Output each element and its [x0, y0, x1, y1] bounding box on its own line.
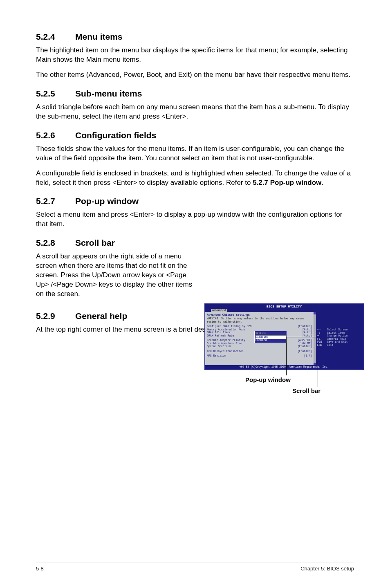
help-row: ↑↓Select Item — [317, 332, 362, 334]
bios-subtitle: Advanced Chipset settings — [207, 313, 312, 316]
callout-line — [318, 361, 318, 387]
paragraph: A solid triangle before each item on any… — [36, 103, 354, 121]
paragraph: The other items (Advanced, Power, Boot, … — [36, 70, 354, 80]
chapter-label: Chapter 5: BIOS setup — [300, 566, 354, 572]
paragraph: These fields show the values for the men… — [36, 144, 354, 163]
heading-title: Sub-menu items — [75, 89, 142, 98]
heading-5-2-6: 5.2.6Configuration fields — [36, 130, 354, 140]
bios-panel: Advanced Chipset settings WARNING: Setti… — [205, 312, 314, 365]
paragraph: A configurable field is enclosed in brac… — [36, 169, 354, 188]
heading-number: 5.2.9 — [36, 311, 75, 321]
bios-window: BIOS SETUP UTILITY Advanced Advanced Chi… — [204, 303, 364, 370]
bios-setting-row: Spread Spectrum[Enabled] — [207, 345, 312, 348]
bios-tab-advanced: Advanced — [211, 309, 227, 312]
paragraph: A scroll bar appears on the right side o… — [36, 252, 201, 299]
heading-number: 5.2.6 — [36, 130, 75, 140]
heading-number: 5.2.5 — [36, 89, 75, 99]
paragraph: Select a menu item and press <Enter> to … — [36, 210, 354, 229]
help-row: ESCExit — [317, 344, 362, 347]
scroll-arrow-down-icon — [314, 363, 316, 365]
bios-help-panel: ←→Select Screen ↑↓Select Item +-Change O… — [316, 312, 363, 365]
help-row: ←→Select Screen — [317, 328, 362, 331]
help-row: F10Save and Exit — [317, 341, 362, 343]
heading-number: 5.2.8 — [36, 238, 75, 248]
heading-5-2-8: 5.2.8Scroll bar — [36, 238, 354, 248]
heading-title: Menu items — [75, 32, 123, 41]
heading-5-2-7: 5.2.7Pop-up window — [36, 196, 354, 206]
bios-copyright: v02.58 (C)Copyright 1985-2006, American … — [205, 365, 363, 369]
bios-window-title: BIOS SETUP UTILITY — [205, 304, 363, 309]
heading-title: Scroll bar — [75, 238, 115, 247]
heading-title: Pop-up window — [75, 196, 139, 206]
heading-title: Configuration fields — [75, 130, 156, 140]
heading-number: 5.2.7 — [36, 196, 75, 206]
bios-setting-row: MPS Revision[1.4] — [207, 355, 312, 357]
callout-popup-window: Pop-up window — [245, 376, 291, 383]
popup-option: Enabled — [256, 339, 286, 342]
text: . — [321, 179, 323, 186]
help-row: +-Change Option — [317, 334, 362, 337]
bios-popup: Options Disabled Enabled — [254, 331, 287, 343]
bios-setting-row: ICH Delayed Transaction[Enabled] — [207, 350, 312, 353]
page-footer: 5-8 Chapter 5: BIOS setup — [36, 563, 354, 572]
scroll-arrow-up-icon — [314, 312, 316, 314]
bios-warning: WARNING: Setting wrong values in the sec… — [207, 317, 312, 323]
popup-header: Options — [256, 332, 286, 336]
heading-title: General help — [75, 311, 127, 321]
callout-scroll-bar: Scroll bar — [292, 387, 321, 394]
bios-setting-row: Configure DRAM Timing by SPD[Enabled] — [207, 325, 312, 328]
help-row: F1General Help — [317, 338, 362, 341]
page-number: 5-8 — [36, 566, 44, 572]
callout-line — [286, 337, 319, 337]
heading-5-2-5: 5.2.5Sub-menu items — [36, 89, 354, 99]
callout-line — [286, 337, 287, 375]
bios-scrollbar — [314, 312, 316, 365]
heading-number: 5.2.4 — [36, 32, 75, 42]
bios-figure: BIOS SETUP UTILITY Advanced Advanced Chi… — [204, 303, 364, 370]
heading-5-2-4: 5.2.4Menu items — [36, 32, 354, 42]
popup-option: Disabled — [256, 336, 286, 339]
paragraph: The highlighted item on the menu bar dis… — [36, 46, 354, 65]
xref-popup-window: 5.2.7 Pop-up window — [253, 179, 321, 186]
